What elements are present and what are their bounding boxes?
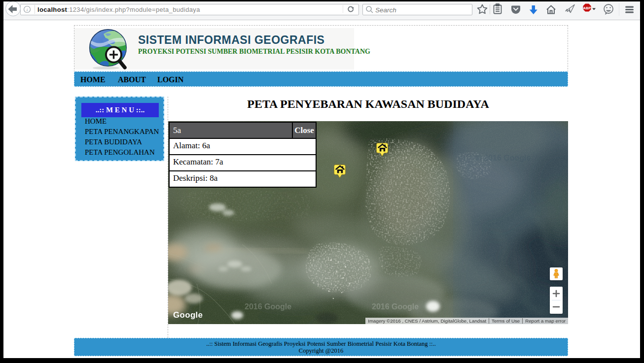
svg-text:i: i xyxy=(27,7,28,12)
svg-text:2016 Google: 2016 Google xyxy=(245,302,291,311)
svg-text:© 2016 Google: © 2016 Google xyxy=(476,154,531,162)
svg-text:ABP: ABP xyxy=(583,6,591,10)
svg-text:2016 Google: 2016 Google xyxy=(372,302,419,311)
